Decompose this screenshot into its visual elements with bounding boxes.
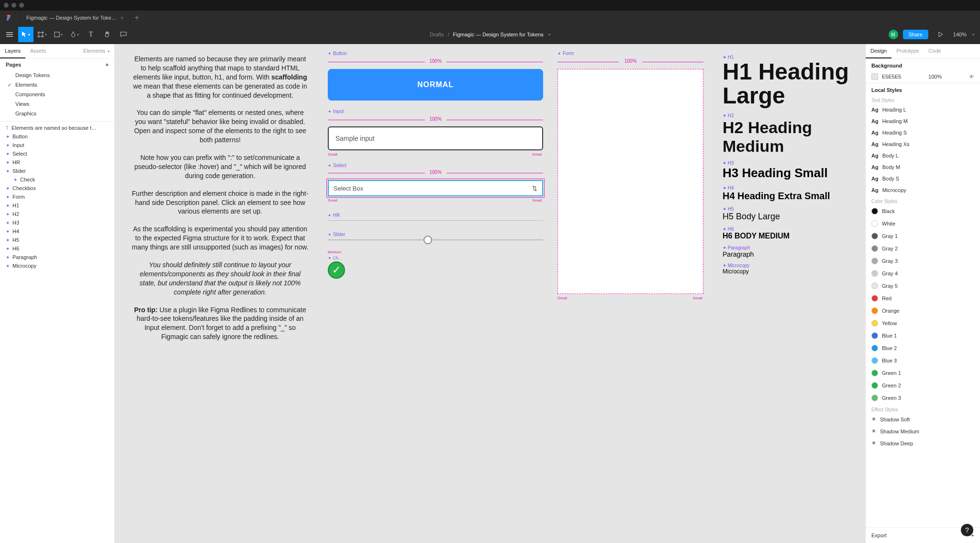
color-style-row[interactable]: Blue 3: [866, 354, 980, 367]
new-tab-button[interactable]: +: [130, 11, 144, 25]
color-style-row[interactable]: Yellow: [866, 317, 980, 329]
h1-sample[interactable]: H1 Heading Large: [723, 60, 865, 108]
layer-row[interactable]: ✦Paragraph: [0, 253, 114, 261]
text-style-row[interactable]: AgMicrocopy: [866, 184, 980, 196]
page-row[interactable]: Views: [3, 99, 111, 109]
breadcrumb-title[interactable]: Figmagic — Design System for Tokens: [453, 32, 544, 37]
chevron-down-icon[interactable]: ▾: [548, 33, 550, 37]
tab-design[interactable]: Design: [866, 44, 891, 58]
add-page-button[interactable]: +: [106, 62, 109, 68]
layer-row[interactable]: ✦Slider: [0, 167, 114, 175]
text-style-row[interactable]: AgHeading Xs: [866, 138, 980, 150]
page-row[interactable]: Elements: [3, 80, 111, 90]
zoom-level[interactable]: 140%: [953, 32, 967, 37]
text-style-row[interactable]: AgBody S: [866, 173, 980, 184]
traffic-close[interactable]: [4, 3, 9, 8]
select-element[interactable]: Select Box⇅: [328, 180, 543, 196]
layer-row[interactable]: ✦H5: [0, 236, 114, 244]
bg-swatch[interactable]: [871, 73, 878, 80]
pen-tool[interactable]: ▾: [67, 27, 82, 42]
layer-row[interactable]: TElements are named so because t…: [0, 124, 114, 132]
tab-prototype[interactable]: Prototype: [891, 44, 924, 58]
layer-row[interactable]: ✦H6: [0, 244, 114, 253]
app-home-tab[interactable]: [0, 11, 21, 25]
hand-tool[interactable]: [100, 27, 115, 42]
color-style-row[interactable]: Gray 2: [866, 242, 980, 255]
traffic-min[interactable]: [11, 3, 16, 8]
close-icon[interactable]: ×: [121, 15, 123, 21]
avatar[interactable]: M: [889, 30, 898, 39]
page-row[interactable]: Design Tokens: [3, 70, 111, 80]
traffic-max[interactable]: [19, 3, 24, 8]
tab-assets[interactable]: Assets: [25, 44, 51, 58]
text-style-row[interactable]: AgBody M: [866, 161, 980, 173]
color-style-row[interactable]: Black: [866, 205, 980, 217]
frame-tool[interactable]: ▾: [34, 27, 50, 42]
page-row[interactable]: Components: [3, 90, 111, 99]
tab-page-select[interactable]: Elements ▾: [78, 44, 114, 58]
tab-layers[interactable]: Layers: [0, 44, 25, 58]
effect-style-row[interactable]: ☀Shadow Medium: [866, 425, 980, 437]
text-style-row[interactable]: AgHeading L: [866, 104, 980, 115]
layer-row[interactable]: ✦Check: [0, 175, 114, 184]
checkbox-element[interactable]: ✓: [328, 261, 345, 279]
button-element[interactable]: NORMAL: [328, 69, 543, 101]
tab-code[interactable]: Code: [924, 44, 946, 58]
text-style-row[interactable]: AgBody L: [866, 150, 980, 161]
frame-label-button[interactable]: Button: [328, 51, 347, 56]
color-style-row[interactable]: White: [866, 217, 980, 230]
layer-row[interactable]: ✦Select: [0, 149, 114, 158]
layer-row[interactable]: ✦H4: [0, 227, 114, 236]
layer-row[interactable]: ✦Button: [0, 132, 114, 141]
color-style-row[interactable]: Blue 2: [866, 342, 980, 354]
breadcrumb-root[interactable]: Drafts: [430, 32, 444, 37]
help-button[interactable]: ?: [961, 524, 973, 536]
input-element[interactable]: Sample input: [328, 126, 543, 150]
present-button[interactable]: [933, 27, 948, 42]
main-menu-button[interactable]: [2, 27, 17, 42]
layer-row[interactable]: ✦H1: [0, 201, 114, 210]
text-style-row[interactable]: AgHeading M: [866, 115, 980, 127]
color-style-row[interactable]: Red: [866, 292, 980, 305]
export-label[interactable]: Export: [871, 532, 887, 538]
h5-sample[interactable]: H5 Body Large: [723, 212, 865, 222]
h4-sample[interactable]: H4 Heading Extra Small: [723, 191, 865, 202]
frame-label-hr[interactable]: HR: [328, 213, 340, 218]
h3-sample[interactable]: H3 Heading Small: [723, 166, 865, 181]
h6-sample[interactable]: H6 BODY MEDIUM: [723, 232, 865, 240]
layer-row[interactable]: ✦HR: [0, 158, 114, 167]
shape-tool[interactable]: ▾: [51, 27, 66, 42]
slider-thumb[interactable]: [423, 236, 432, 244]
frame-label-slider[interactable]: Slider: [328, 232, 345, 237]
layer-row[interactable]: ✦Microcopy: [0, 261, 114, 270]
layer-row[interactable]: ✦Form: [0, 192, 114, 201]
file-tab[interactable]: Figmagic — Design System for Toke… ×: [21, 11, 130, 25]
text-style-row[interactable]: AgHeading S: [866, 127, 980, 138]
bg-hex[interactable]: E5E5E5: [882, 74, 901, 79]
color-style-row[interactable]: Blue 1: [866, 329, 980, 342]
color-style-row[interactable]: Orange: [866, 305, 980, 317]
effect-style-row[interactable]: ☀Shadow Soft: [866, 413, 980, 425]
frame-label-form[interactable]: Form: [557, 51, 574, 56]
visibility-toggle-icon[interactable]: 👁: [969, 74, 974, 79]
frame-label-input[interactable]: Input: [328, 109, 344, 114]
bg-opacity[interactable]: 100%: [928, 74, 942, 79]
effect-style-row[interactable]: ☀Shadow Deep: [866, 437, 980, 449]
page-row[interactable]: Graphics: [3, 109, 111, 118]
layer-row[interactable]: ✦H3: [0, 218, 114, 227]
canvas[interactable]: Elements are named so because they are p…: [115, 44, 865, 543]
color-style-row[interactable]: Gray 4: [866, 267, 980, 280]
comment-tool[interactable]: [116, 27, 131, 42]
color-style-row[interactable]: Green 3: [866, 392, 980, 404]
frame-label-select[interactable]: Select: [328, 163, 346, 168]
color-style-row[interactable]: Gray 3: [866, 255, 980, 267]
text-tool[interactable]: T: [83, 27, 99, 42]
microcopy-sample[interactable]: Microcopy: [723, 268, 865, 275]
h2-sample[interactable]: H2 Heading Medium: [723, 118, 865, 156]
color-style-row[interactable]: Green 1: [866, 367, 980, 379]
move-tool[interactable]: ▾: [18, 27, 33, 42]
layer-row[interactable]: ✦Input: [0, 141, 114, 149]
color-style-row[interactable]: Gray 5: [866, 280, 980, 292]
frame-label-check[interactable]: ✦ Ch…: [328, 256, 343, 260]
layer-row[interactable]: ✦H2: [0, 210, 114, 218]
